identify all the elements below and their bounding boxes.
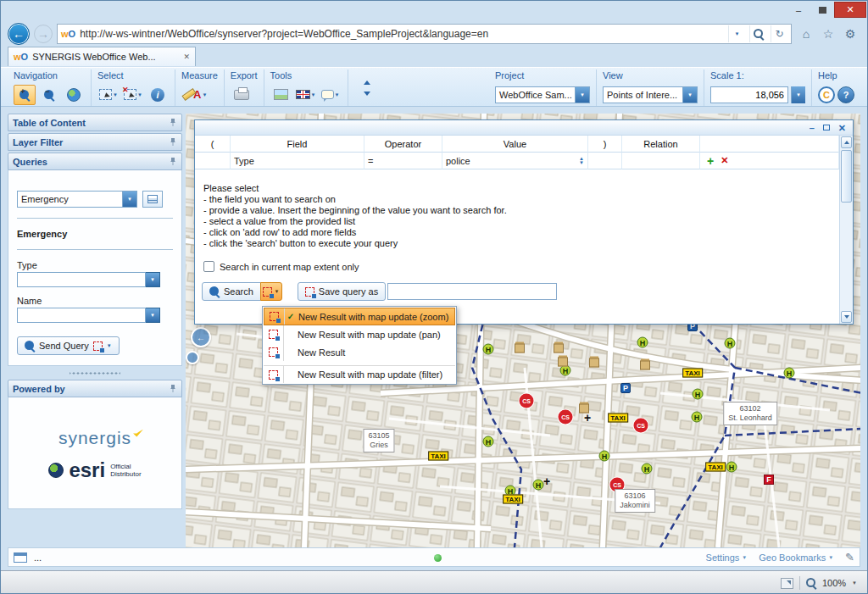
map-marker[interactable]: H [725,338,736,349]
geo-bookmarks-menu[interactable]: Geo Bookmarks▼ [759,552,833,563]
zoom-out-tool[interactable]: − [38,85,60,105]
pan-tool[interactable] [63,85,85,105]
url-text[interactable]: http://w-ws-wintner/WebOffice/synserver?… [80,28,724,40]
dialog-minimize-icon[interactable]: – [810,124,815,132]
tooltip-tool[interactable]: ▼ [320,85,342,105]
url-box[interactable]: wO http://w-ws-wintner/WebOffice/synserv… [57,24,792,44]
search-button[interactable]: Search [202,282,261,301]
map-marker[interactable]: H [693,389,704,400]
help-button[interactable]: ? [837,86,854,103]
field-type-input[interactable] [17,272,146,287]
more-label[interactable]: ... [34,552,42,563]
settings-button[interactable]: ⚙ [840,24,860,44]
map-marker[interactable]: 63106 Jakomini [615,489,655,513]
map-area[interactable]: ← H H H H H H H H [186,114,860,547]
map-pan-control[interactable]: ← [191,327,211,368]
pin-icon[interactable] [169,157,177,167]
map-marker[interactable]: 63102 St. Leonhard [723,402,777,425]
open-in-window-icon[interactable] [781,578,793,589]
save-query-button[interactable]: Save query as [298,282,386,301]
delete-row-icon[interactable]: ✕ [721,155,728,166]
url-dropdown-button[interactable]: ▼ [728,25,745,42]
forward-button[interactable]: → [34,25,53,43]
pin-icon[interactable] [169,137,177,147]
refresh-button[interactable]: ↻ [771,25,787,42]
scale-input[interactable] [710,86,788,103]
map-marker[interactable]: TAXI [682,369,703,378]
map-marker[interactable]: H [784,368,795,379]
title-bar[interactable]: – ✕ [1,1,867,21]
row-close-paren[interactable] [588,153,622,169]
tab-weboffice[interactable]: wO SYNERGIS WebOffice Web... ✕ [8,47,196,66]
redline-edit-icon[interactable]: ✎ [845,551,854,563]
toolbar-scroll-up[interactable] [360,79,374,86]
view-select[interactable]: Points of Intere... ▼ [603,86,698,103]
chevron-down-icon[interactable]: ▼ [107,343,112,348]
row-value[interactable]: police ▲▼ [442,153,588,169]
back-button[interactable]: ← [8,23,30,45]
minimize-button[interactable]: – [787,2,810,18]
sidebar-splitter-handle[interactable] [70,369,120,376]
map-marker[interactable]: H [726,462,737,473]
chevron-down-icon[interactable]: ▼ [575,87,589,103]
map-marker[interactable]: TAXI [428,452,448,461]
map-marker[interactable]: H [483,344,494,355]
extent-checkbox[interactable] [203,261,214,272]
panel-layer-filter[interactable]: Layer Filter [8,133,182,151]
row-relation[interactable] [622,153,700,169]
project-select[interactable]: WebOffice Sam... ▼ [495,86,590,103]
map-marker[interactable]: TAXI [705,463,726,472]
restore-panel-icon[interactable] [14,552,27,563]
clear-selection-tool[interactable]: ✕▼ [122,85,144,105]
search-options-dropdown-button[interactable]: ▼ [260,282,282,301]
map-marker[interactable]: CS [559,410,573,425]
chevron-down-icon[interactable]: ▼ [146,272,160,287]
chevron-down-icon[interactable]: ▼ [122,192,136,207]
save-query-name-input[interactable] [387,283,557,300]
map-marker[interactable]: H [533,480,544,491]
pan-button[interactable] [186,351,199,364]
dialog-scrollbar[interactable] [839,136,853,324]
pin-icon[interactable] [169,118,177,128]
close-button[interactable]: ✕ [834,2,866,18]
map-marker[interactable]: + [543,475,550,488]
tab-close-icon[interactable]: ✕ [183,53,190,61]
favorites-button[interactable]: ☆ [818,24,838,44]
map-marker[interactable]: 63105 Gries [363,429,394,452]
value-sort-icons[interactable]: ▲▼ [579,157,584,165]
pin-icon[interactable] [169,384,177,394]
scroll-up-button[interactable] [841,136,852,148]
settings-menu[interactable]: Settings▼ [706,552,748,563]
menu-item[interactable]: ✓ New Result with map update (zoom) [264,308,455,325]
scrollbar-thumb[interactable] [841,150,852,203]
map-marker[interactable]: TAXI [503,495,523,504]
map-marker[interactable]: H [483,436,494,447]
map-marker[interactable]: P [620,383,631,393]
row-field[interactable]: Type [231,153,364,169]
map-marker[interactable]: F [764,475,774,485]
send-query-button[interactable]: Send Query ▼ [17,336,120,355]
chevron-down-icon[interactable]: ▼ [852,580,857,586]
zoom-control[interactable]: 100% ▼ [781,576,867,590]
dialog-title-bar[interactable]: – ✕ [195,120,853,136]
menu-item[interactable]: New Result [264,343,455,361]
map-marker[interactable]: CS [520,394,534,408]
row-open-paren[interactable] [195,153,231,169]
row-operator[interactable]: = [364,153,442,169]
map-marker[interactable]: CS [634,419,648,433]
menu-item[interactable]: New Result with map update (filter) [264,365,455,383]
add-row-icon[interactable]: + [707,154,714,168]
search-button[interactable] [749,25,766,42]
map-marker[interactable]: + [584,411,591,425]
map-marker[interactable] [640,361,650,370]
panel-table-of-content[interactable]: Table of Content [8,114,182,131]
chevron-down-icon[interactable]: ▼ [791,86,805,103]
select-tool[interactable]: ▼ [97,85,120,105]
dialog-restore-icon[interactable] [823,125,830,130]
scroll-down-button[interactable] [841,311,852,323]
print-tool[interactable] [231,85,253,105]
map-marker[interactable]: H [637,337,648,348]
home-button[interactable]: ⌂ [796,24,816,44]
map-marker[interactable] [515,344,525,353]
map-marker[interactable]: H [599,451,610,462]
